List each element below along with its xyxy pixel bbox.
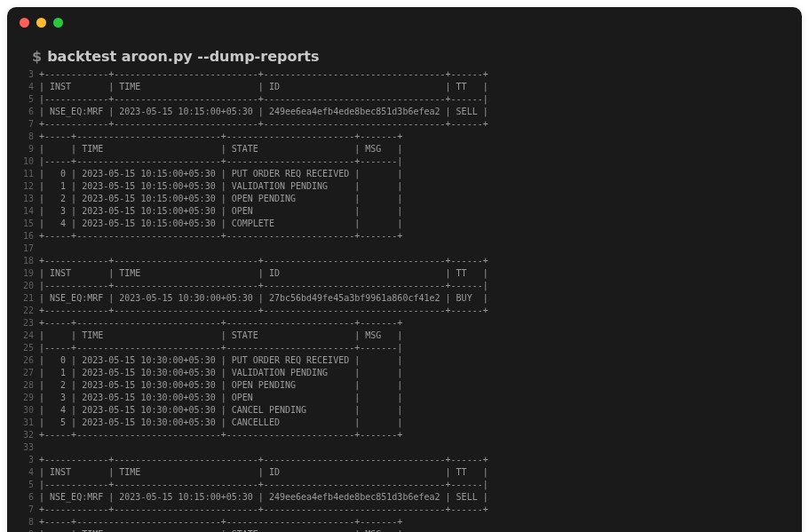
line-number: 21 (20, 292, 39, 305)
line-text: | 5 | 2023-05-15 10:30:00+05:30 | CANCEL… (39, 417, 402, 429)
output-line: 22+------------+------------------------… (20, 305, 789, 317)
line-number: 5 (20, 479, 39, 491)
line-text: | 1 | 2023-05-15 10:30:00+05:30 | VALIDA… (39, 367, 402, 379)
line-text: +------------+--------------------------… (39, 255, 488, 267)
output-line: 17 (20, 242, 789, 255)
line-number: 3 (20, 68, 39, 81)
line-text: |------------+--------------------------… (39, 93, 488, 106)
output-line: 6| NSE_EQ:MRF | 2023-05-15 10:15:00+05:3… (20, 106, 789, 118)
line-text: +-----+---------------------------+-----… (39, 317, 402, 330)
line-text: +-----+---------------------------+-----… (39, 516, 402, 528)
line-number: 17 (20, 242, 39, 255)
close-icon[interactable] (20, 18, 29, 28)
line-text: | 0 | 2023-05-15 10:30:00+05:30 | PUT OR… (39, 354, 402, 367)
line-text: | 3 | 2023-05-15 10:15:00+05:30 | OPEN |… (39, 205, 402, 218)
line-text: | 4 | 2023-05-15 10:15:00+05:30 | COMPLE… (39, 218, 402, 230)
line-text: | 2 | 2023-05-15 10:30:00+05:30 | OPEN P… (39, 379, 402, 392)
output-line: 30| 4 | 2023-05-15 10:30:00+05:30 | CANC… (20, 404, 789, 417)
output-line: 7+------------+-------------------------… (20, 118, 789, 131)
line-number: 29 (20, 392, 39, 404)
line-number: 26 (20, 354, 39, 367)
output-line: 8+-----+---------------------------+----… (20, 516, 789, 528)
terminal-window: $backtest aroon.py --dump-reports 3+----… (7, 7, 802, 532)
line-number: 12 (20, 180, 39, 193)
line-text: +------------+--------------------------… (39, 68, 488, 81)
output-line: 5|------------+-------------------------… (20, 93, 789, 106)
line-number: 9 (20, 143, 39, 155)
line-text: | INST | TIME | ID | TT | (39, 267, 488, 280)
output-line: 16+-----+---------------------------+---… (20, 230, 789, 242)
line-text: +------------+--------------------------… (39, 305, 488, 317)
line-number: 6 (20, 106, 39, 118)
output-line: 24| | TIME | STATE | MSG | (20, 330, 789, 342)
maximize-icon[interactable] (53, 18, 63, 28)
line-number: 32 (20, 429, 39, 441)
output-line: 3+------------+-------------------------… (20, 454, 789, 466)
output-line: 10|-----+---------------------------+---… (20, 155, 789, 168)
line-number: 5 (20, 93, 39, 106)
output-line: 9| | TIME | STATE | MSG | (20, 143, 789, 155)
line-number: 19 (20, 267, 39, 280)
line-text: |-----+---------------------------+-----… (39, 155, 402, 168)
terminal-output[interactable]: 3+------------+-------------------------… (7, 68, 802, 532)
line-text: +------------+--------------------------… (39, 454, 488, 466)
output-line: 27| 1 | 2023-05-15 10:30:00+05:30 | VALI… (20, 367, 789, 379)
output-line: 32+-----+---------------------------+---… (20, 429, 789, 441)
line-number: 25 (20, 342, 39, 354)
output-line: 15| 4 | 2023-05-15 10:15:00+05:30 | COMP… (20, 218, 789, 230)
output-line: 18+------------+------------------------… (20, 255, 789, 267)
line-number: 9 (20, 528, 39, 532)
line-number: 6 (20, 491, 39, 504)
line-number: 30 (20, 404, 39, 417)
titlebar (7, 7, 802, 37)
output-line: 33 (20, 441, 789, 454)
output-line: 3+------------+-------------------------… (20, 68, 789, 81)
output-line: 29| 3 | 2023-05-15 10:30:00+05:30 | OPEN… (20, 392, 789, 404)
line-number: 27 (20, 367, 39, 379)
line-number: 15 (20, 218, 39, 230)
line-text: | | TIME | STATE | MSG | (39, 330, 402, 342)
output-line: 6| NSE_EQ:MRF | 2023-05-15 10:15:00+05:3… (20, 491, 789, 504)
prompt-command: backtest aroon.py --dump-reports (47, 48, 319, 65)
line-number: 8 (20, 516, 39, 528)
line-number: 4 (20, 466, 39, 479)
output-line: 20|------------+------------------------… (20, 280, 789, 292)
line-number: 31 (20, 417, 39, 429)
line-text: | 4 | 2023-05-15 10:30:00+05:30 | CANCEL… (39, 404, 402, 417)
line-number: 14 (20, 205, 39, 218)
output-line: 7+------------+-------------------------… (20, 504, 789, 516)
line-number: 20 (20, 280, 39, 292)
line-text: +------------+--------------------------… (39, 504, 488, 516)
output-line: 28| 2 | 2023-05-15 10:30:00+05:30 | OPEN… (20, 379, 789, 392)
line-text: +------------+--------------------------… (39, 118, 488, 131)
line-number: 13 (20, 193, 39, 205)
minimize-icon[interactable] (36, 18, 46, 28)
output-line: 19| INST | TIME | ID | TT | (20, 267, 789, 280)
line-text: | INST | TIME | ID | TT | (39, 466, 488, 479)
output-line: 21| NSE_EQ:MRF | 2023-05-15 10:30:00+05:… (20, 292, 789, 305)
line-number: 23 (20, 317, 39, 330)
output-line: 8+-----+---------------------------+----… (20, 131, 789, 143)
line-number: 22 (20, 305, 39, 317)
line-text: | NSE_EQ:MRF | 2023-05-15 10:30:00+05:30… (39, 292, 488, 305)
line-number: 10 (20, 155, 39, 168)
line-number: 8 (20, 131, 39, 143)
line-text: | 0 | 2023-05-15 10:15:00+05:30 | PUT OR… (39, 168, 402, 180)
prompt-row: $backtest aroon.py --dump-reports (7, 37, 802, 68)
line-number: 33 (20, 441, 39, 454)
line-number: 7 (20, 118, 39, 131)
output-line: 25|-----+---------------------------+---… (20, 342, 789, 354)
output-line: 14| 3 | 2023-05-15 10:15:00+05:30 | OPEN… (20, 205, 789, 218)
line-number: 24 (20, 330, 39, 342)
line-number: 28 (20, 379, 39, 392)
line-text: | 1 | 2023-05-15 10:15:00+05:30 | VALIDA… (39, 180, 402, 193)
line-text: +-----+---------------------------+-----… (39, 131, 402, 143)
line-number: 11 (20, 168, 39, 180)
line-text: | | TIME | STATE | MSG | (39, 143, 402, 155)
line-text: | NSE_EQ:MRF | 2023-05-15 10:15:00+05:30… (39, 106, 488, 118)
line-text: | NSE_EQ:MRF | 2023-05-15 10:15:00+05:30… (39, 491, 488, 504)
output-line: 5|------------+-------------------------… (20, 479, 789, 491)
output-line: 12| 1 | 2023-05-15 10:15:00+05:30 | VALI… (20, 180, 789, 193)
line-text: +-----+---------------------------+-----… (39, 429, 402, 441)
line-number: 3 (20, 454, 39, 466)
